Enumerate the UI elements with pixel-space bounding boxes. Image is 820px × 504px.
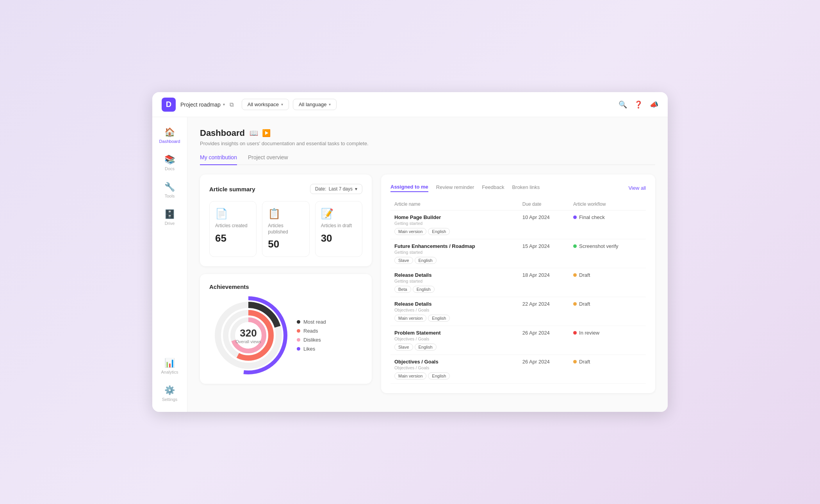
page-title: Dashboard [200,128,245,138]
workflow-badge: In review [573,330,642,336]
workspace-chevron-icon: ▾ [281,102,283,107]
main-layout: 🏠 Dashboard 📚 Docs 🔧 Tools 🗄️ Drive 📊 An… [152,117,668,412]
article-name: Problem Statement [394,330,515,336]
workflow-dot [573,273,577,277]
donut-chart: 320 Overall views [209,296,287,374]
language-filter[interactable]: All language ▾ [293,99,337,110]
sidebar-item-dashboard[interactable]: 🏠 Dashboard [152,123,187,148]
right-column: Assigned to me Review reminder Feedback … [381,175,655,401]
task-tab-assigned[interactable]: Assigned to me [390,184,428,192]
due-date: 15 Apr 2024 [519,239,569,268]
sidebar-item-settings[interactable]: ⚙️ Settings [152,381,187,406]
article-summary-card: Article summary Date: Last 7 days ▾ 📄 Ar… [200,175,372,266]
article-sub: Getting started [394,250,515,255]
date-filter-btn[interactable]: Date: Last 7 days ▾ [310,184,362,194]
tab-project-overview[interactable]: Project overview [248,154,288,165]
workflow-label: Final check [579,214,605,220]
article-name: Release Details [394,272,515,278]
articles-draft-icon: 📝 [321,208,357,220]
articles-created-icon: 📄 [215,208,251,220]
legend-likes: Likes [297,346,326,352]
notifications-icon[interactable]: 📣 [650,100,658,109]
task-tab-feedback[interactable]: Feedback [482,184,504,192]
table-row: Future Enhancements / Roadmap Getting st… [390,239,646,268]
article-tags: Main versionEnglish [394,314,515,322]
sidebar-item-analytics[interactable]: 📊 Analytics [152,354,187,378]
workflow-label: In review [579,330,599,336]
search-icon[interactable]: 🔍 [619,100,627,109]
article-sub: Objectives / Goals [394,337,515,341]
view-all-link[interactable]: View all [628,185,646,191]
workflow-label: Draft [579,272,590,278]
article-tags: Main versionEnglish [394,372,515,379]
article-tags: SlaveEnglish [394,256,515,264]
sidebar-item-tools[interactable]: 🔧 Tools [152,178,187,202]
help-icon[interactable]: ❓ [634,100,643,109]
tab-my-contribution[interactable]: My contribution [200,154,237,165]
stat-draft-value: 30 [321,232,357,244]
likes-dot [297,347,300,351]
tag: English [428,372,450,379]
tools-icon: 🔧 [164,182,175,192]
stats-row: 📄 Articles created 65 📋 Articles publish… [209,201,362,257]
tag: English [415,257,437,264]
app-logo: D [162,98,176,112]
table-row: Release Details Objectives / Goals Main … [390,297,646,326]
table-row: Problem Statement Objectives / Goals Sla… [390,326,646,355]
workspace-filter[interactable]: All workspace ▾ [242,99,289,110]
date-chevron-icon: ▾ [355,186,357,192]
task-tab-review[interactable]: Review reminder [436,184,474,192]
due-date: 18 Apr 2024 [519,268,569,297]
workflow-badge: Draft [573,359,642,365]
sidebar-item-drive[interactable]: 🗄️ Drive [152,205,187,230]
article-tags: SlaveEnglish [394,343,515,351]
article-sub: Objectives / Goals [394,365,515,370]
book-icon[interactable]: 📖 [250,129,258,137]
play-icon[interactable]: ▶️ [262,129,271,137]
tag: English [413,286,435,293]
tag: Main version [394,372,426,379]
tag: English [428,228,450,235]
top-filters: All workspace ▾ All language ▾ [242,99,614,110]
analytics-icon: 📊 [164,358,175,368]
table-row: Objectives / Goals Objectives / Goals Ma… [390,355,646,384]
external-link-icon[interactable]: ⧉ [230,101,234,108]
tag: Main version [394,315,426,322]
donut-center: 320 Overall views [235,327,261,344]
page-header: Dashboard 📖 ▶️ [200,128,655,138]
workflow-dot [573,331,577,335]
col-due-date: Due date [519,198,569,210]
article-tags: BetaEnglish [394,285,515,293]
workflow-badge: Screenshot verify [573,243,642,249]
workflow-badge: Final check [573,214,642,220]
tasks-table: Article name Due date Article workflow H… [390,198,646,384]
sidebar-item-docs[interactable]: 📚 Docs [152,151,187,175]
main-content: Dashboard 📖 ▶️ Provides insights on user… [187,117,668,412]
stat-created-label: Articles created [215,223,251,229]
stat-articles-draft: 📝 Articles in draft 30 [315,201,362,257]
project-selector[interactable]: Project roadmap ▾ [180,102,225,108]
left-column: Article summary Date: Last 7 days ▾ 📄 Ar… [200,175,372,401]
achievements-title: Achievements [209,283,362,290]
chart-legend: Most read Reads Dislikes [297,319,326,352]
top-bar-right: 🔍 ❓ 📣 [619,100,658,109]
stat-published-label: Articles published [268,223,303,235]
chart-area: 320 Overall views Most read [209,296,362,374]
settings-icon: ⚙️ [164,385,175,395]
workflow-label: Draft [579,359,590,365]
tasks-card: Assigned to me Review reminder Feedback … [381,175,655,393]
top-bar: D Project roadmap ▾ ⧉ All workspace ▾ Al… [152,92,668,117]
article-name: Objectives / Goals [394,359,515,365]
tag: Slave [394,257,413,264]
legend-dislikes: Dislikes [297,337,326,343]
tag: Main version [394,228,426,235]
task-tab-broken[interactable]: Broken links [512,184,540,192]
stat-draft-label: Articles in draft [321,223,357,229]
due-date: 26 Apr 2024 [519,355,569,384]
workflow-badge: Draft [573,301,642,307]
table-row: Release Details Getting started BetaEngl… [390,268,646,297]
workflow-dot [573,360,577,363]
dashboard-icon: 🏠 [164,127,175,137]
workflow-dot [573,244,577,248]
dislikes-dot [297,338,300,342]
